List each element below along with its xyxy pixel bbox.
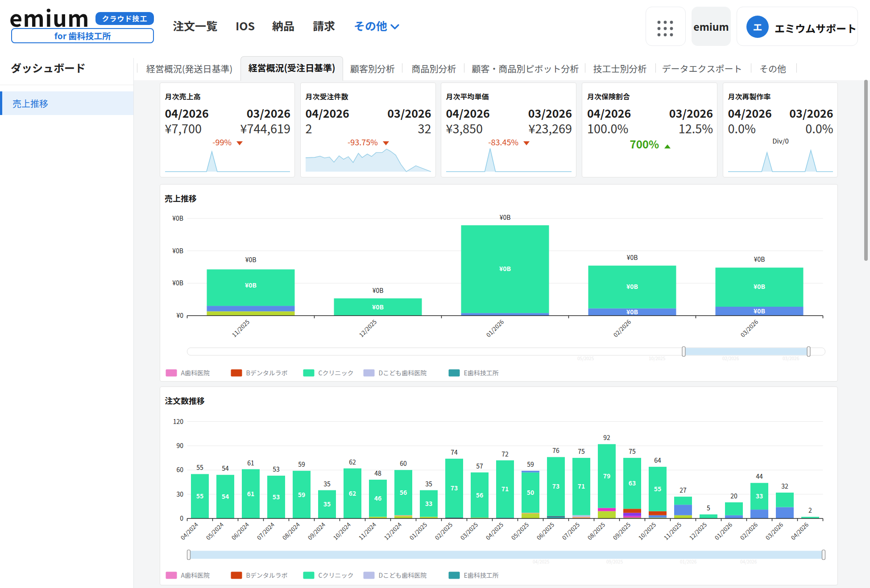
svg-text:08/2024: 08/2024 xyxy=(280,520,302,542)
svg-text:A歯科医院: A歯科医院 xyxy=(181,571,210,580)
svg-text:03/2026: 03/2026 xyxy=(763,520,785,542)
svg-text:¥0B: ¥0B xyxy=(626,282,638,291)
svg-text:¥0B: ¥0B xyxy=(245,255,256,264)
svg-text:09/2025: 09/2025 xyxy=(606,558,623,565)
svg-text:06/2024: 06/2024 xyxy=(229,520,251,542)
svg-text:54: 54 xyxy=(222,464,229,473)
svg-text:53: 53 xyxy=(273,465,280,473)
svg-text:04/2025: 04/2025 xyxy=(533,558,550,565)
svg-text:注文数推移: 注文数推移 xyxy=(165,395,205,406)
svg-text:46: 46 xyxy=(374,493,381,502)
svg-text:¥0B: ¥0B xyxy=(626,307,638,316)
svg-text:90: 90 xyxy=(176,441,183,450)
svg-text:32: 32 xyxy=(781,481,788,490)
svg-text:92: 92 xyxy=(603,433,610,442)
svg-text:¥0: ¥0 xyxy=(176,311,183,320)
svg-text:61: 61 xyxy=(247,489,254,498)
svg-text:0: 0 xyxy=(180,514,183,522)
svg-text:¥0B: ¥0B xyxy=(172,278,183,287)
svg-text:59: 59 xyxy=(298,460,305,469)
svg-text:01/2025: 01/2025 xyxy=(407,520,429,542)
svg-text:30: 30 xyxy=(176,489,183,498)
svg-text:04/2024: 04/2024 xyxy=(178,520,200,542)
svg-text:59: 59 xyxy=(298,490,305,499)
svg-text:Dこども歯科医院: Dこども歯科医院 xyxy=(378,571,427,580)
svg-text:08/2025: 08/2025 xyxy=(585,520,607,542)
svg-text:02/2025: 02/2025 xyxy=(433,520,454,542)
svg-text:¥0B: ¥0B xyxy=(754,255,765,263)
svg-text:03/2026: 03/2026 xyxy=(738,317,760,339)
svg-text:61: 61 xyxy=(247,458,254,467)
svg-text:54: 54 xyxy=(221,492,229,501)
svg-text:Bデンタルラボ: Bデンタルラボ xyxy=(246,368,287,377)
svg-text:¥0B: ¥0B xyxy=(753,306,765,315)
svg-text:62: 62 xyxy=(348,489,356,498)
svg-text:79: 79 xyxy=(603,471,610,480)
svg-text:75: 75 xyxy=(629,447,636,456)
svg-text:63: 63 xyxy=(628,478,636,487)
svg-text:07/2025: 07/2025 xyxy=(560,520,581,542)
svg-text:73: 73 xyxy=(450,483,458,492)
svg-text:12/2025: 12/2025 xyxy=(687,520,708,542)
svg-text:33: 33 xyxy=(755,491,763,500)
svg-text:01/2026: 01/2026 xyxy=(484,317,505,339)
svg-text:55: 55 xyxy=(196,463,203,472)
svg-text:12/2025: 12/2025 xyxy=(357,317,378,339)
svg-text:05/2025: 05/2025 xyxy=(509,520,530,542)
svg-text:¥0B: ¥0B xyxy=(372,286,383,295)
svg-text:E歯科技工所: E歯科技工所 xyxy=(464,368,498,377)
svg-text:02/2026: 02/2026 xyxy=(722,355,739,362)
svg-text:¥0B: ¥0B xyxy=(499,264,510,273)
svg-text:55: 55 xyxy=(654,484,661,493)
svg-text:44: 44 xyxy=(756,472,763,481)
svg-text:60: 60 xyxy=(176,465,183,474)
svg-text:03/2026: 03/2026 xyxy=(783,355,800,362)
svg-text:120: 120 xyxy=(173,417,183,426)
svg-text:74: 74 xyxy=(451,448,458,456)
svg-text:07/2024: 07/2024 xyxy=(255,520,276,542)
svg-text:02/2026: 02/2026 xyxy=(738,520,759,542)
svg-text:12/2024: 12/2024 xyxy=(382,520,403,542)
svg-text:56: 56 xyxy=(476,490,483,499)
svg-text:01/2026: 01/2026 xyxy=(713,520,734,542)
svg-text:¥0B: ¥0B xyxy=(172,214,183,222)
svg-text:¥0B: ¥0B xyxy=(626,253,638,262)
svg-text:5: 5 xyxy=(707,503,710,512)
svg-text:¥0B: ¥0B xyxy=(372,302,383,311)
svg-text:04/2026: 04/2026 xyxy=(789,520,810,542)
svg-text:10/2025: 10/2025 xyxy=(649,355,666,362)
svg-text:11/2025: 11/2025 xyxy=(662,520,683,542)
svg-text:27: 27 xyxy=(679,485,687,494)
svg-text:33: 33 xyxy=(425,499,432,508)
svg-text:09/2024: 09/2024 xyxy=(306,520,327,542)
svg-text:¥0B: ¥0B xyxy=(172,246,183,255)
svg-text:50: 50 xyxy=(526,488,534,497)
svg-text:64: 64 xyxy=(654,456,661,465)
svg-text:02/2026: 02/2026 xyxy=(611,317,633,339)
svg-text:60: 60 xyxy=(400,459,407,468)
svg-text:2: 2 xyxy=(808,506,812,514)
svg-text:73: 73 xyxy=(552,481,559,490)
svg-text:¥0B: ¥0B xyxy=(499,213,510,222)
svg-text:売上推移: 売上推移 xyxy=(165,192,197,204)
svg-text:11/2025: 11/2025 xyxy=(230,317,251,339)
svg-text:62: 62 xyxy=(349,457,356,466)
svg-text:20: 20 xyxy=(730,491,737,500)
svg-text:03/2025: 03/2025 xyxy=(458,520,480,542)
svg-text:71: 71 xyxy=(501,484,509,493)
svg-text:04/2026: 04/2026 xyxy=(740,558,757,565)
svg-text:Cクリニック: Cクリニック xyxy=(318,368,353,377)
svg-text:35: 35 xyxy=(323,499,331,508)
svg-text:10/2024: 10/2024 xyxy=(331,520,352,542)
svg-text:57: 57 xyxy=(476,461,483,470)
svg-text:10/2025: 10/2025 xyxy=(636,520,658,542)
svg-text:35: 35 xyxy=(425,479,432,488)
svg-text:¥0B: ¥0B xyxy=(244,280,256,289)
svg-text:04/2025: 04/2025 xyxy=(484,520,505,542)
svg-text:71: 71 xyxy=(577,481,585,490)
svg-text:06/2025: 06/2025 xyxy=(534,520,556,542)
svg-text:Cクリニック: Cクリニック xyxy=(318,571,353,580)
svg-text:75: 75 xyxy=(578,447,585,456)
svg-text:35: 35 xyxy=(323,479,331,488)
svg-text:01/2026: 01/2026 xyxy=(680,558,697,565)
